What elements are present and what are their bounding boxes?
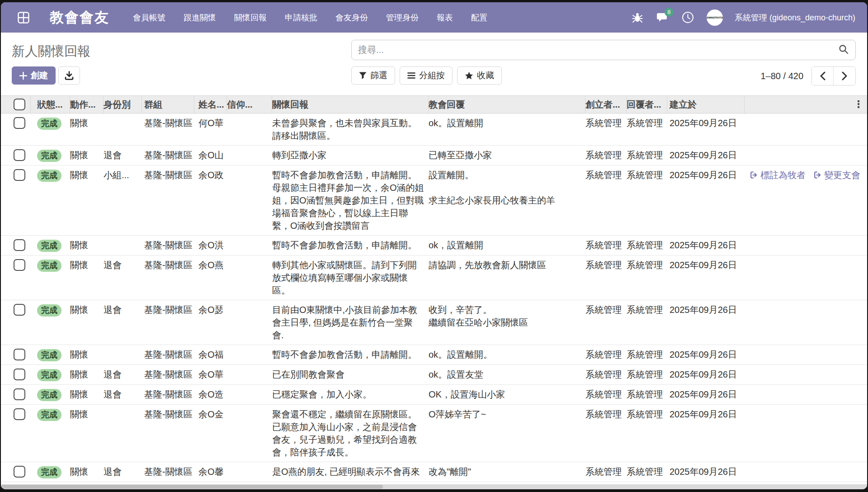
- menu-item[interactable]: 申請核批: [285, 12, 317, 23]
- app-title: 教會會友: [50, 8, 109, 27]
- row-checkbox[interactable]: [14, 259, 25, 271]
- column-header-action[interactable]: 動作...: [70, 96, 104, 113]
- row-checkbox[interactable]: [14, 149, 25, 161]
- row-action-link[interactable]: 變更支會: [814, 169, 860, 181]
- replier-cell: 系統管理: [627, 368, 667, 381]
- row-checkbox[interactable]: [14, 369, 25, 380]
- row-action-links: [745, 388, 867, 401]
- row-checkbox[interactable]: [14, 239, 25, 251]
- row-checkbox[interactable]: [14, 388, 25, 400]
- row-checkbox[interactable]: [14, 466, 25, 478]
- church-reply-cell: 收到，辛苦了。 繼續留在亞哈小家關懷區: [429, 303, 585, 341]
- status-badge: 完成: [37, 150, 61, 162]
- group-cell: 基隆-關懷區: [142, 388, 194, 401]
- menu-item[interactable]: 配置: [471, 12, 487, 23]
- menu-item[interactable]: 會員帳號: [133, 12, 165, 23]
- column-header-extra: ⋮: [745, 96, 867, 113]
- table-row[interactable]: 完成 關懷 退會 基隆-關懷區 余O燕 轉到其他小家或關懷區。請到下列開放式欄位…: [1, 255, 867, 300]
- table-row[interactable]: 完成 關懷 退會 基隆-關懷區 余O華 已在別間教會聚會 ok。設置友堂 系統管…: [1, 365, 867, 385]
- pager-previous-button[interactable]: [812, 67, 834, 85]
- menu-item[interactable]: 報表: [437, 12, 453, 23]
- column-header-replier[interactable]: 回覆者...: [627, 96, 667, 113]
- column-header-creator[interactable]: 創立者...: [585, 96, 627, 113]
- status-badge: 完成: [37, 170, 61, 182]
- row-checkbox[interactable]: [14, 349, 25, 360]
- menu-item[interactable]: 跟進關懷: [184, 12, 216, 23]
- care-report-cell: 已穩定聚會，加入小家。: [272, 388, 429, 401]
- table-row[interactable]: 完成 關懷 退會 基隆-關懷區 余O造 已穩定聚會，加入小家。 OK，設置海山小…: [1, 385, 867, 405]
- table-row[interactable]: 完成 關懷 基隆-關懷區 余O福 暫時不會參加教會活動，申請離開。 ok。設置離…: [1, 345, 867, 365]
- row-checkbox[interactable]: [14, 304, 25, 316]
- pager-range: 1–80 / 420: [760, 71, 803, 81]
- faith-cell: [227, 368, 272, 381]
- creator-cell: 系統管理: [585, 149, 627, 162]
- faith-cell: [227, 117, 272, 142]
- action-cell: 關懷: [70, 368, 104, 381]
- horizontal-scrollbar[interactable]: [1, 484, 867, 489]
- group-cell: 基隆-關懷區: [142, 259, 194, 297]
- optional-columns-toggle-icon[interactable]: ⋮: [854, 99, 863, 109]
- care-report-cell: 暫時不會參加教會活動，申請離開。: [272, 239, 429, 252]
- activities-clock-icon[interactable]: [681, 11, 695, 24]
- group-by-button[interactable]: 分組按: [400, 66, 453, 85]
- group-by-icon: [407, 72, 415, 79]
- row-checkbox[interactable]: [14, 117, 25, 129]
- menu-item[interactable]: 會友身份: [335, 12, 368, 23]
- favorites-button[interactable]: 收藏: [457, 66, 502, 85]
- creator-cell: 系統管理: [585, 169, 627, 232]
- table-row[interactable]: 完成 關懷 基隆-關懷區 余O金 聚會還不穩定，繼續留在原關懷區。已願意加入海山…: [1, 405, 867, 462]
- row-checkbox[interactable]: [14, 169, 25, 181]
- column-header-identity[interactable]: 身份別: [104, 96, 142, 113]
- search-icon[interactable]: [838, 44, 849, 57]
- column-header-faith[interactable]: 信仰...: [227, 96, 272, 113]
- column-header-status[interactable]: 狀態...: [31, 96, 70, 113]
- creator-cell: 系統管理: [585, 259, 627, 297]
- replier-cell: 系統管理: [627, 408, 667, 459]
- avatar[interactable]: ADMINISTRATOR: [707, 9, 723, 26]
- list-view: 狀態... 動作... 身份別 群組 姓名... 信仰... 關懷回報 教會回覆…: [1, 95, 867, 484]
- identity-cell: [104, 408, 142, 459]
- church-reply-cell: OK，設置海山小家: [429, 388, 585, 401]
- column-header-name[interactable]: 姓名...: [194, 96, 227, 113]
- church-reply-cell: ok。設置離開。: [429, 348, 585, 361]
- row-checkbox[interactable]: [14, 408, 25, 420]
- identity-cell: [104, 117, 142, 142]
- table-row[interactable]: 完成 關懷 基隆-關懷區 余O洪 暫時不會參加教會活動，申請離開。 ok，設置離…: [1, 236, 867, 255]
- created-date-cell: 2025年09月26日: [667, 117, 745, 142]
- name-cell: 余O造: [194, 388, 227, 401]
- creator-cell: 系統管理: [585, 348, 627, 361]
- search-input[interactable]: [352, 45, 838, 55]
- sign-out-icon: [814, 171, 822, 179]
- menu-item[interactable]: 關懷回報: [234, 12, 267, 23]
- row-action-links: [745, 259, 867, 297]
- row-action-link[interactable]: 標註為牧者: [750, 169, 806, 181]
- column-header-church-reply[interactable]: 教會回覆: [429, 96, 585, 113]
- table-row[interactable]: 完成 關懷 退會 基隆-關懷區 余O瑟 目前由O東關懷中,小孩目前參加本教會主日…: [1, 300, 867, 345]
- group-cell: 基隆-關懷區: [142, 465, 194, 478]
- filter-button[interactable]: 篩選: [351, 66, 395, 85]
- table-row[interactable]: 完成 關懷 小組... 基隆-關懷區 余O政 暫時不會參加教會活動，申請離開。母…: [1, 166, 867, 236]
- replier-cell: 系統管理: [627, 149, 667, 162]
- table-row[interactable]: 完成 關懷 退會 基隆-關懷區 余O山 轉到亞撒小家 已轉至亞撒小家 系統管理 …: [1, 146, 867, 166]
- column-header-created[interactable]: 建立於: [667, 96, 745, 113]
- pager-next-button[interactable]: [834, 67, 855, 85]
- table-row[interactable]: 完成 關懷 基隆-關懷區 何O華 未曾參與聚會，也未曾與家員互動。請移出關懷區。…: [1, 114, 867, 146]
- scrollbar-thumb[interactable]: [1, 485, 383, 489]
- column-header-care-report[interactable]: 關懷回報: [272, 96, 429, 113]
- church-reply-cell: ok。設置離開: [429, 117, 585, 142]
- messages-icon[interactable]: 8: [656, 11, 670, 24]
- user-menu[interactable]: 系統管理 (gideons_demo-church): [735, 12, 855, 23]
- apps-grid-icon[interactable]: [17, 11, 30, 24]
- table-row[interactable]: 完成 關懷 退會 基隆-關懷區 余O馨 是O燕的朋友, 已經明顯表示不會再來 改…: [1, 462, 867, 482]
- name-cell: 余O華: [194, 368, 227, 381]
- menu-item[interactable]: 管理身份: [386, 12, 419, 23]
- select-all-checkbox[interactable]: [14, 99, 25, 110]
- messages-count-badge: 8: [665, 8, 674, 17]
- column-header-group[interactable]: 群組: [142, 96, 194, 113]
- debug-bug-icon[interactable]: [631, 11, 644, 24]
- export-download-button[interactable]: [58, 66, 80, 85]
- create-button[interactable]: 創建: [12, 66, 56, 85]
- faith-cell: [227, 239, 272, 252]
- status-badge: 完成: [37, 389, 61, 401]
- replier-cell: 系統管理: [627, 388, 667, 401]
